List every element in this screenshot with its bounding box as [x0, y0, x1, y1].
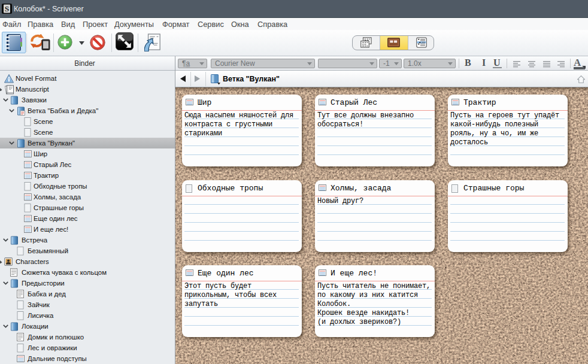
- svg-text:S: S: [5, 4, 10, 13]
